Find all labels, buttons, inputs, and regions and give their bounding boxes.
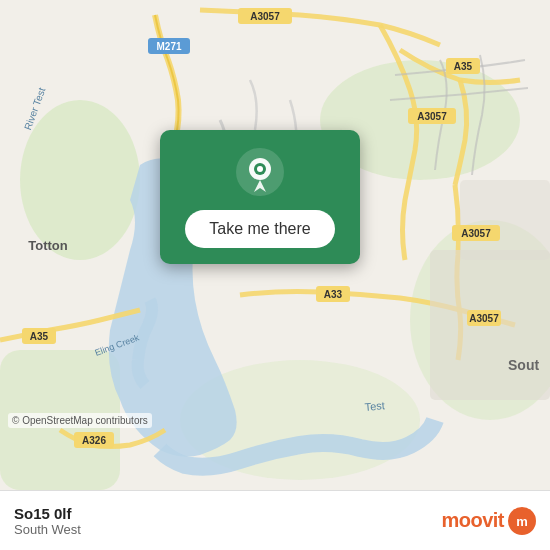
location-sublabel: South West	[14, 522, 81, 537]
map-attribution: © OpenStreetMap contributors	[8, 413, 152, 428]
svg-text:Sout: Sout	[508, 357, 539, 373]
location-label: So15 0lf	[14, 505, 81, 522]
svg-text:A3057: A3057	[461, 228, 491, 239]
moovit-logo-icon: m	[508, 507, 536, 535]
bottom-bar: So15 0lf South West moovit m	[0, 490, 550, 550]
location-pin-icon	[236, 148, 284, 196]
moovit-logo: moovit m	[441, 507, 536, 535]
svg-text:A35: A35	[454, 61, 473, 72]
svg-text:A3057: A3057	[417, 111, 447, 122]
moovit-brand-text: moovit	[441, 509, 504, 532]
svg-text:Totton: Totton	[28, 238, 68, 253]
svg-point-1	[20, 100, 140, 260]
popup-card: Take me there	[160, 130, 360, 264]
bottom-left: So15 0lf South West	[14, 505, 81, 537]
svg-text:A326: A326	[82, 435, 106, 446]
svg-text:m: m	[516, 514, 528, 529]
svg-text:A33: A33	[324, 289, 343, 300]
svg-text:Test: Test	[364, 399, 385, 413]
svg-text:M271: M271	[156, 41, 181, 52]
svg-point-34	[257, 166, 263, 172]
svg-rect-7	[460, 180, 550, 260]
svg-text:A3057: A3057	[469, 313, 499, 324]
svg-text:A35: A35	[30, 331, 49, 342]
map-container: A3057 M271 A35 A3057 A3057 A3057 A33 A35…	[0, 0, 550, 490]
take-me-there-button[interactable]: Take me there	[185, 210, 334, 248]
svg-text:A3057: A3057	[250, 11, 280, 22]
